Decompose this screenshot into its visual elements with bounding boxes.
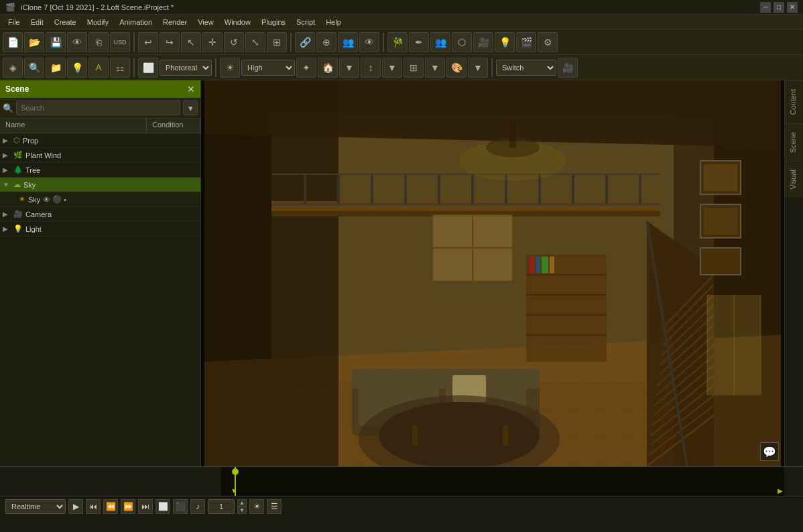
export-button[interactable]: ⎗ [88, 32, 109, 52]
visual-tab[interactable]: Visual [785, 161, 803, 198]
save-file-button[interactable]: 💾 [46, 32, 66, 52]
scene-tab[interactable]: Scene [785, 123, 803, 161]
render-mode-dropdown[interactable]: Photoreal Cartoon Sketch [160, 60, 212, 76]
render-select-button[interactable]: 📁 [46, 58, 66, 78]
forward-button[interactable]: ⏩ [121, 499, 135, 514]
grid-dropdown-btn[interactable]: ▼ [425, 58, 445, 78]
ibl-btn[interactable]: ↕ [361, 58, 381, 78]
tree-item-prop[interactable]: ▶ ⬡ Prop [0, 133, 200, 148]
snap-button[interactable]: ⊞ [267, 32, 287, 52]
minimize-button[interactable]: ─ [760, 2, 771, 13]
sky-dropdown-btn[interactable]: ▼ [339, 58, 359, 78]
sun-effect-button[interactable]: ☀ [249, 499, 264, 514]
frame-down-button[interactable]: ▼ [237, 507, 247, 514]
usd-button[interactable]: USD [110, 32, 130, 52]
sky-child-label: Sky [28, 196, 40, 204]
scale-button[interactable]: ⤡ [245, 32, 265, 52]
tree-item-light[interactable]: ▶ 💡 Light [0, 222, 200, 237]
maximize-button[interactable]: □ [774, 2, 784, 13]
tree-item-plant-wind[interactable]: ▶ 🌿 Plant Wind [0, 148, 200, 163]
sky-ball-icon[interactable]: ⚫ [52, 195, 62, 204]
zoom-fit-button[interactable]: 🔍 [24, 58, 44, 78]
menu-item-script[interactable]: Script [291, 17, 320, 27]
caption-button[interactable]: ⬛ [173, 499, 188, 514]
tree-item-tree[interactable]: ▶ 🌲 Tree [0, 163, 200, 178]
ibl-dropdown-btn[interactable]: ▼ [382, 58, 402, 78]
scene-panel-close-button[interactable]: ✕ [187, 84, 195, 94]
record-button[interactable]: ⚙ [538, 32, 558, 52]
prop-button[interactable]: 🎋 [387, 32, 408, 52]
menu-item-view[interactable]: View [192, 17, 219, 27]
move-button[interactable]: ✛ [202, 32, 223, 52]
new-file-button[interactable]: 📄 [3, 32, 23, 52]
light-tree-icon: 💡 [13, 224, 23, 233]
sky-btn[interactable]: 🏠 [318, 58, 338, 78]
render-settings-button[interactable]: ◈ [3, 58, 23, 78]
view-toggle-button[interactable]: 👁 [359, 32, 379, 52]
link-button[interactable]: 🔗 [295, 32, 315, 52]
lights-btn[interactable]: 💡 [67, 58, 87, 78]
timeline-settings-button[interactable]: ☰ [267, 499, 282, 514]
sky-label: Sky [23, 181, 36, 189]
side-tabs-panel: Content Scene Visual [784, 80, 803, 466]
open-file-button[interactable]: 📂 [24, 32, 44, 52]
content-tab[interactable]: Content [785, 80, 803, 123]
menu-item-help[interactable]: Help [320, 17, 347, 27]
search-expand-button[interactable]: ▾ [183, 101, 198, 115]
group-button[interactable]: 👥 [338, 32, 358, 52]
menu-item-create[interactable]: Create [49, 17, 82, 27]
copy-link-button[interactable]: ⊕ [316, 32, 336, 52]
frame-up-button[interactable]: ▲ [237, 499, 247, 507]
frame-number-input[interactable] [208, 499, 235, 514]
sky-icon: ☁ [13, 180, 21, 189]
menu-item-file[interactable]: File [3, 17, 25, 27]
audio-button[interactable]: ♪ [190, 499, 205, 514]
viewport[interactable]: 💬 [201, 80, 784, 466]
a-btn[interactable]: A [88, 58, 109, 78]
next-key-button[interactable]: ⏭ [138, 499, 153, 514]
lighting-btn[interactable]: ☀ [220, 58, 240, 78]
menu-item-render[interactable]: Render [158, 17, 192, 27]
menu-item-modify[interactable]: Modify [82, 17, 114, 27]
camera-button[interactable]: 🎥 [473, 32, 493, 52]
viewport-size-button[interactable]: ⬜ [138, 58, 158, 78]
rewind-button[interactable]: ⏪ [103, 499, 118, 514]
path-button[interactable]: ⬡ [452, 32, 472, 52]
edit-tool-button[interactable]: ✒ [409, 32, 429, 52]
sky-visibility-icon[interactable]: 👁 [43, 196, 50, 204]
select-button[interactable]: ↖ [181, 32, 201, 52]
menu-item-animation[interactable]: Animation [114, 17, 158, 27]
sky-more-icon[interactable]: • [64, 196, 66, 204]
people-button[interactable]: 👥 [430, 32, 450, 52]
record-cam-btn[interactable]: 🎥 [558, 58, 578, 78]
post-fx-dropdown-btn[interactable]: ▼ [468, 58, 488, 78]
prev-key-button[interactable]: ⏮ [86, 499, 101, 514]
realtime-mode-dropdown[interactable]: Realtime Preview Full [5, 499, 66, 514]
quality-dropdown[interactable]: High Medium Low Ultra [241, 60, 295, 76]
menu-item-edit[interactable]: Edit [25, 17, 49, 27]
window-controls: ─ □ ✕ [760, 2, 798, 13]
sun-light-btn[interactable]: ✦ [296, 58, 316, 78]
animation-button[interactable]: 🎬 [516, 32, 536, 52]
menu-item-window[interactable]: Window [219, 17, 256, 27]
light-button[interactable]: 💡 [495, 32, 515, 52]
close-button[interactable]: ✕ [787, 2, 798, 13]
rotate-button[interactable]: ↺ [224, 32, 244, 52]
viewport-chat-button[interactable]: 💬 [760, 442, 779, 461]
menu-item-plugins[interactable]: Plugins [256, 17, 291, 27]
post-fx-btn[interactable]: 🎨 [446, 58, 467, 78]
play-button[interactable]: ▶ [68, 499, 83, 514]
record-region-button[interactable]: ⬜ [156, 499, 170, 514]
tree-item-sky-child[interactable]: ☀ Sky 👁 ⚫ • [0, 192, 200, 207]
grid-btn2[interactable]: ⊞ [404, 58, 424, 78]
undo-button[interactable]: ↩ [138, 32, 158, 52]
grid-btn[interactable]: ⚏ [110, 58, 130, 78]
visual-preview-button[interactable]: 👁 [67, 32, 87, 52]
search-input[interactable] [16, 101, 180, 115]
redo-button[interactable]: ↪ [160, 32, 180, 52]
switch-dropdown[interactable]: Switch Camera 1 Camera 2 [496, 60, 556, 76]
scene-tree: Name Condition ▶ ⬡ Prop ▶ 🌿 Plant Wind [0, 119, 200, 466]
tree-item-sky[interactable]: ▼ ☁ Sky [0, 178, 200, 192]
bottom-controls: Realtime Preview Full ▶ ⏮ ⏪ ⏩ ⏭ ⬜ ⬛ ♪ ▲ … [0, 496, 803, 516]
tree-item-camera[interactable]: ▶ 🎥 Camera [0, 207, 200, 222]
